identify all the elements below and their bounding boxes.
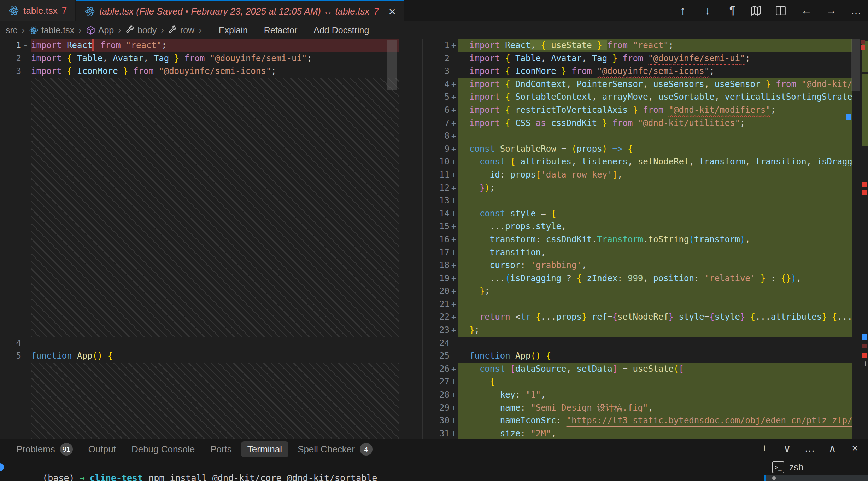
- line-number[interactable]: 11: [423, 168, 450, 181]
- code-line[interactable]: 19+ ...(isDragging ? { zIndex: 999, posi…: [423, 272, 868, 285]
- launch-profile-chevron-icon[interactable]: ∨: [781, 442, 793, 454]
- next-change-icon[interactable]: ↓: [700, 4, 715, 17]
- line-number[interactable]: 17: [423, 246, 450, 259]
- code-line[interactable]: 4+import { DndContext, PointerSensor, us…: [423, 78, 868, 91]
- code-line[interactable]: 29+ name: "Semi Design 设计稿.fig",: [423, 401, 868, 415]
- line-number[interactable]: 4: [423, 78, 450, 91]
- split-editor-icon[interactable]: [775, 5, 789, 17]
- previous-change-icon[interactable]: ↑: [676, 4, 690, 17]
- breadcrumb-item-body[interactable]: body: [125, 25, 157, 35]
- more-actions-icon[interactable]: …: [804, 442, 816, 454]
- code-line[interactable]: 31+ size: "2M",: [423, 427, 868, 439]
- line-number[interactable]: 30: [423, 414, 450, 427]
- code-line[interactable]: 6+import { restrictToVerticalAxis } from…: [423, 104, 868, 117]
- code-action-add-docstring[interactable]: Add Docstring: [313, 25, 369, 35]
- code-line[interactable]: 23+};: [423, 324, 868, 337]
- code-line[interactable]: 28+ key: "1",: [423, 388, 868, 401]
- line-number[interactable]: 25: [423, 349, 450, 363]
- code-line[interactable]: 2import { Table, Avatar, Tag } from "@do…: [423, 52, 868, 65]
- line-number[interactable]: 31: [423, 427, 450, 439]
- line-number[interactable]: 18: [423, 259, 450, 272]
- code-line[interactable]: 3import { IconMore } from "@douyinfe/sem…: [0, 65, 399, 78]
- breadcrumb-item-table-tsx[interactable]: table.tsx: [29, 25, 74, 35]
- line-number[interactable]: 10: [423, 155, 450, 168]
- scrollbar-thumb[interactable]: [851, 39, 860, 91]
- code-line[interactable]: 13+: [423, 194, 868, 207]
- code-line[interactable]: 25function App() {: [423, 349, 868, 363]
- terminal-list-item-zsh[interactable]: >_ zsh: [764, 459, 868, 475]
- navigate-back-icon[interactable]: ←: [799, 4, 814, 17]
- line-number[interactable]: 14: [423, 207, 450, 220]
- code-line[interactable]: 4: [0, 337, 399, 350]
- code-line[interactable]: 27+ {: [423, 375, 868, 388]
- terminal-list-item-selected[interactable]: [764, 475, 868, 481]
- panel-tab-spell-checker[interactable]: Spell Checker4: [291, 440, 379, 458]
- line-number[interactable]: 21: [423, 298, 450, 311]
- whitespace-pilcrow-icon[interactable]: ¶: [725, 4, 739, 17]
- close-panel-icon[interactable]: ×: [849, 442, 861, 454]
- code-line[interactable]: 7+import { CSS as cssDndKit } from "@dnd…: [423, 117, 868, 130]
- line-number[interactable]: 1: [0, 39, 21, 52]
- line-number[interactable]: 15: [423, 220, 450, 233]
- code-line[interactable]: 1+import React, { useState } from "react…: [423, 39, 868, 52]
- close-icon[interactable]: ×: [389, 5, 396, 17]
- breadcrumb-item-app[interactable]: App: [86, 25, 114, 35]
- line-number[interactable]: 5: [0, 349, 21, 363]
- code-line[interactable]: 16+ transform: cssDndKit.Transform.toStr…: [423, 233, 868, 246]
- line-number[interactable]: 13: [423, 194, 450, 207]
- code-line[interactable]: 21+: [423, 298, 868, 311]
- line-number[interactable]: 24: [423, 337, 450, 350]
- panel-tab-ports[interactable]: Ports: [204, 441, 238, 457]
- code-line[interactable]: 11+ id: props['data-row-key'],: [423, 168, 868, 181]
- tab-table-tsx[interactable]: table.tsx 7: [0, 0, 76, 21]
- line-number[interactable]: 5: [423, 91, 450, 104]
- panel-tab-problems[interactable]: Problems91: [10, 440, 79, 458]
- new-terminal-icon[interactable]: +: [758, 442, 770, 454]
- code-line[interactable]: 24: [423, 337, 868, 350]
- code-line[interactable]: 2import { Table, Avatar, Tag } from "@do…: [0, 52, 399, 65]
- scrollbar-thumb[interactable]: [387, 40, 397, 90]
- code-action-explain[interactable]: Explain: [219, 25, 248, 35]
- line-number[interactable]: 2: [423, 52, 450, 65]
- line-number[interactable]: 19: [423, 272, 450, 285]
- line-number[interactable]: 6: [423, 104, 450, 117]
- line-number[interactable]: 16: [423, 233, 450, 246]
- line-number[interactable]: 27: [423, 375, 450, 388]
- code-line[interactable]: 5function App() {: [0, 349, 399, 363]
- code-line[interactable]: 8+: [423, 129, 868, 143]
- terminal-output[interactable]: (base)→cline-testnpm install @dnd-kit/co…: [0, 459, 764, 481]
- line-number[interactable]: 7: [423, 117, 450, 130]
- code-line[interactable]: 12+ });: [423, 181, 868, 195]
- line-number[interactable]: 29: [423, 401, 450, 415]
- code-line[interactable]: 18+ cursor: 'grabbing',: [423, 259, 868, 272]
- panel-tab-terminal[interactable]: Terminal: [241, 441, 288, 457]
- line-number[interactable]: 9: [423, 143, 450, 156]
- code-line[interactable]: 22+ return <tr {...props} ref={setNodeRe…: [423, 311, 868, 324]
- breadcrumb-item-src[interactable]: src: [6, 25, 17, 35]
- breadcrumb-item-row[interactable]: row: [168, 25, 194, 35]
- map-icon[interactable]: [750, 5, 764, 17]
- code-line[interactable]: 17+ transition,: [423, 246, 868, 259]
- tab-diff-table-tsx[interactable]: table.tsx (File Saved • February 23, 202…: [76, 0, 404, 21]
- line-number[interactable]: 20: [423, 285, 450, 298]
- navigate-forward-icon[interactable]: →: [824, 4, 838, 17]
- code-line[interactable]: 20+ };: [423, 285, 868, 298]
- line-number[interactable]: 1: [423, 39, 450, 52]
- line-number[interactable]: 3: [0, 65, 21, 78]
- line-number[interactable]: 22: [423, 311, 450, 324]
- code-line[interactable]: 5+import { SortableContext, arrayMove, u…: [423, 91, 868, 104]
- panel-tab-output[interactable]: Output: [82, 441, 122, 457]
- code-line[interactable]: 15+ ...props.style,: [423, 220, 868, 233]
- code-line[interactable]: 10+ const { attributes, listeners, setNo…: [423, 155, 868, 168]
- code-line[interactable]: 26+ const [dataSource, setData] = useSta…: [423, 363, 868, 376]
- code-action-refactor[interactable]: Refactor: [264, 25, 297, 35]
- code-line[interactable]: 14+ const style = {: [423, 207, 868, 220]
- line-number[interactable]: 2: [0, 52, 21, 65]
- line-number[interactable]: 4: [0, 337, 21, 350]
- line-number[interactable]: 3: [423, 65, 450, 78]
- line-number[interactable]: 26: [423, 363, 450, 376]
- line-number[interactable]: 8: [423, 129, 450, 143]
- line-number[interactable]: 12: [423, 181, 450, 195]
- code-line[interactable]: 1-import React from "react";: [0, 39, 399, 52]
- code-line[interactable]: 3import { IconMore } from "@douyinfe/sem…: [423, 65, 868, 78]
